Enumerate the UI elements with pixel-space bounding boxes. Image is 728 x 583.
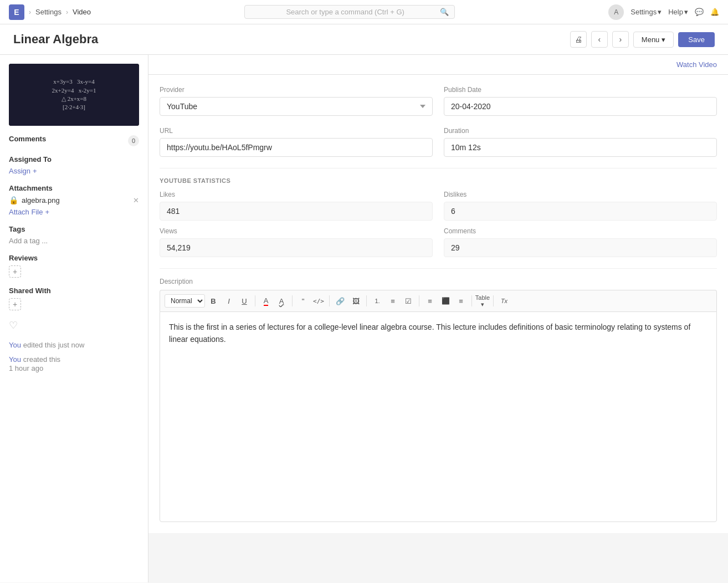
comments-count: 0	[128, 135, 139, 146]
notifications-button[interactable]: 💬	[695, 8, 704, 16]
likes-value: 481	[160, 202, 433, 221]
dislikes-value: 6	[444, 202, 717, 221]
provider-group: Provider YouTube	[160, 86, 433, 116]
dislikes-group: Dislikes 6	[444, 191, 717, 221]
page-header: Linear Algebra 🖨 ‹ › Menu ▾ Save	[0, 24, 728, 55]
assign-plus-icon: +	[33, 167, 37, 175]
next-button[interactable]: ›	[612, 31, 629, 48]
tags-label: Tags	[9, 225, 139, 233]
topnav: E › Settings › Video Search or type a co…	[0, 0, 728, 24]
font-color-button[interactable]: A	[259, 294, 273, 308]
views-group: Views 54,219	[160, 227, 433, 257]
align-left-button[interactable]: ≡	[423, 294, 437, 308]
unordered-list-button[interactable]: ≡	[386, 294, 400, 308]
avatar[interactable]: A	[608, 4, 624, 20]
comments-stat-label: Comments	[444, 227, 717, 235]
video-thumbnail: x+3y=3 3x-y=4 2x+2y=4 x-2y=1 △ 2x+x=8 [2…	[9, 64, 139, 126]
description-section: Description Normal B I U A A	[160, 278, 717, 522]
attach-file-link[interactable]: Attach File +	[9, 208, 139, 216]
text-style-select[interactable]: Normal	[165, 294, 205, 308]
help-chevron-icon: ▾	[684, 8, 688, 16]
search-icon: 🔍	[440, 8, 449, 16]
duration-label: Duration	[444, 127, 717, 135]
views-label: Views	[160, 227, 433, 235]
url-label: URL	[160, 127, 433, 135]
attach-plus-icon: +	[45, 208, 49, 216]
divider-1	[160, 168, 717, 168]
bell-button[interactable]: 🔔	[710, 8, 719, 16]
align-center-button[interactable]: ⬛	[438, 294, 453, 308]
checklist-button[interactable]: ☑	[401, 294, 416, 308]
prev-button[interactable]: ‹	[591, 31, 608, 48]
page-title: Linear Algebra	[13, 32, 570, 47]
italic-button[interactable]: I	[222, 294, 236, 308]
editor-toolbar: Normal B I U A A " </> 🔗	[160, 290, 717, 311]
toolbar-sep-6	[471, 295, 472, 306]
save-button[interactable]: Save	[678, 32, 715, 47]
search-placeholder: Search or type a command (Ctrl + G)	[286, 8, 404, 16]
url-group: URL	[160, 127, 433, 157]
shared-with-label: Shared With	[9, 287, 139, 295]
attachments-label: Attachments	[9, 184, 139, 192]
assigned-to-section: Assigned To Assign +	[9, 155, 139, 175]
menu-button[interactable]: Menu ▾	[633, 32, 674, 48]
watch-video-link[interactable]: Watch Video	[676, 60, 717, 69]
comments-stat-value: 29	[444, 238, 717, 257]
bold-button[interactable]: B	[206, 294, 221, 308]
divider-2	[160, 268, 717, 269]
provider-select[interactable]: YouTube	[160, 97, 433, 116]
toolbar-sep-1	[255, 295, 255, 306]
heart-icon: ♡	[9, 319, 139, 331]
shared-with-section: Shared With +	[9, 287, 139, 310]
settings-button[interactable]: Settings ▾	[630, 8, 662, 16]
youtube-stats-section: YOUTUBE STATISTICS Likes 481 Dislikes 6 …	[160, 177, 717, 257]
main-content: Watch Video Provider YouTube Publish Dat…	[148, 55, 728, 582]
print-button[interactable]: 🖨	[570, 31, 587, 48]
clear-format-button[interactable]: Tx	[497, 294, 511, 308]
blockquote-button[interactable]: "	[296, 294, 310, 308]
attachment-item: 🔒 algebra.png ✕	[9, 196, 139, 204]
views-comments-row: Views 54,219 Comments 29	[160, 227, 717, 257]
settings-chevron-icon: ▾	[658, 8, 662, 16]
add-tag-link[interactable]: Add a tag ...	[9, 237, 139, 245]
likes-label: Likes	[160, 191, 433, 198]
assigned-to-label: Assigned To	[9, 155, 139, 163]
publish-date-label: Publish Date	[444, 86, 717, 94]
breadcrumb-chevron-2: ›	[66, 8, 68, 16]
duration-input[interactable]	[444, 138, 717, 157]
breadcrumb-video[interactable]: Video	[73, 8, 91, 16]
ordered-list-button[interactable]: 1.	[370, 294, 384, 308]
add-review-button[interactable]: +	[9, 265, 21, 278]
description-label: Description	[160, 278, 717, 285]
align-right-button[interactable]: ≡	[454, 294, 468, 308]
add-shared-button[interactable]: +	[9, 298, 21, 310]
provider-row: Provider YouTube Publish Date	[160, 86, 717, 116]
help-button[interactable]: Help ▾	[668, 8, 688, 16]
attachment-filename[interactable]: algebra.png	[22, 196, 60, 204]
edit-history-text: edited this just now	[23, 341, 85, 349]
remove-attachment-button[interactable]: ✕	[133, 196, 139, 204]
content-panel: Provider YouTube Publish Date URL Dura	[148, 75, 728, 533]
link-button[interactable]: 🔗	[333, 294, 347, 308]
layout: x+3y=3 3x-y=4 2x+2y=4 x-2y=1 △ 2x+x=8 [2…	[0, 55, 728, 582]
code-button[interactable]: </>	[311, 294, 326, 308]
underline-button[interactable]: U	[237, 294, 252, 308]
search-bar[interactable]: Search or type a command (Ctrl + G) 🔍	[244, 5, 455, 19]
toolbar-sep-5	[419, 295, 419, 306]
url-input[interactable]	[160, 138, 433, 157]
toolbar-sep-7	[493, 295, 494, 306]
tags-section: Tags Add a tag ...	[9, 225, 139, 245]
create-history-action: created this	[23, 355, 60, 364]
table-button[interactable]: Table ▾	[475, 294, 490, 308]
assign-link[interactable]: Assign +	[9, 167, 139, 175]
highlight-button[interactable]: A	[274, 294, 289, 308]
app-logo[interactable]: E	[9, 4, 24, 20]
likes-dislikes-row: Likes 481 Dislikes 6	[160, 191, 717, 221]
image-button[interactable]: 🖼	[348, 294, 363, 308]
header-actions: 🖨 ‹ › Menu ▾ Save	[570, 31, 715, 48]
description-editor[interactable]: This is the first in a series of lecture…	[160, 311, 717, 522]
duration-group: Duration	[444, 127, 717, 157]
breadcrumb-settings[interactable]: Settings	[35, 8, 61, 16]
publish-date-input[interactable]	[444, 97, 717, 116]
toolbar-sep-4	[366, 295, 367, 306]
